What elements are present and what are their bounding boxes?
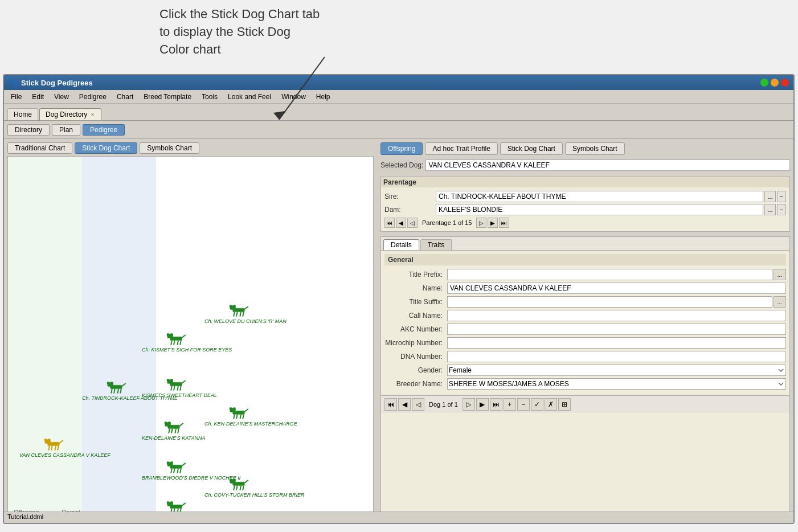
svg-line-63 <box>177 469 178 473</box>
menu-look-feel[interactable]: Look and Feel <box>223 92 276 102</box>
selected-dog-label: Selected Dog: <box>380 161 423 169</box>
menu-help[interactable]: Help <box>312 92 335 102</box>
stick-dog-icon-ggp3 <box>227 476 250 492</box>
details-tab-details[interactable]: Details <box>383 239 419 250</box>
title-prefix-btn[interactable]: ... <box>774 269 786 280</box>
chart-tab-symbols[interactable]: Symbols Chart <box>140 142 199 154</box>
menu-tools[interactable]: Tools <box>197 92 222 102</box>
maximize-button[interactable] <box>771 79 779 87</box>
akc-number-label: AKC Number: <box>384 325 447 333</box>
parentage-next2-btn[interactable]: ▶ <box>488 218 498 228</box>
record-last-btn[interactable]: ⏭ <box>490 398 502 411</box>
parentage-nav-text: Parentage 1 of 15 <box>419 219 475 226</box>
general-section: General Title Prefix: ... Name: <box>381 251 789 395</box>
tab-home[interactable]: Home <box>7 108 38 120</box>
stick-dog-icon-ggp1 <box>227 302 250 318</box>
record-next2-btn[interactable]: ▶ <box>476 398 489 411</box>
record-confirm-btn[interactable]: ✓ <box>531 398 543 411</box>
dna-number-label: DNA Number: <box>384 353 447 361</box>
svg-rect-67 <box>167 502 169 504</box>
title-prefix-field[interactable] <box>447 269 772 280</box>
menu-edit[interactable]: Edit <box>27 92 48 102</box>
record-remove-btn[interactable]: − <box>517 398 530 411</box>
dna-number-row: DNA Number: <box>384 351 786 362</box>
selected-dog-value: VAN CLEVES CASSANDRA V KALEEF <box>425 159 790 171</box>
main-window: 🐾 Stick Dog Pedigrees File Edit View Ped… <box>3 74 795 524</box>
microchip-number-field[interactable] <box>447 337 786 349</box>
dam-field[interactable] <box>436 204 763 215</box>
call-name-field[interactable] <box>447 310 786 321</box>
svg-rect-14 <box>111 382 113 384</box>
parentage-last-btn[interactable]: ⏭ <box>499 218 509 228</box>
right-tab-offspring[interactable]: Offspring <box>380 142 423 155</box>
menu-pedigree[interactable]: Pedigree <box>75 92 111 102</box>
dog-label-gp4: BRAMBLEWOOD'S DIEDRE V NOCHEE II <box>142 475 210 481</box>
sire-browse-btn[interactable]: ... <box>764 191 775 202</box>
window-title: Stick Dog Pedigrees <box>21 79 93 87</box>
record-next-btn[interactable]: ▷ <box>463 398 475 411</box>
right-tab-symbols[interactable]: Symbols Chart <box>565 142 625 155</box>
svg-line-17 <box>114 389 115 394</box>
parentage-nav: ⏮ ◀ ◁ Parentage 1 of 15 ▷ ▶ ⏭ <box>384 218 786 228</box>
titlebar-buttons <box>760 79 789 87</box>
chart-tab-stick-dog[interactable]: Stick Dog Chart <box>75 142 137 154</box>
svg-line-44 <box>174 386 175 391</box>
record-add-btn[interactable]: + <box>504 398 516 411</box>
svg-rect-68 <box>170 502 173 504</box>
parentage-next-btn[interactable]: ▷ <box>476 218 486 228</box>
svg-line-10 <box>58 446 59 451</box>
tab-close-dog-directory[interactable]: × <box>89 112 95 118</box>
tab-dog-directory[interactable]: Dog Directory × <box>39 108 101 120</box>
svg-line-118 <box>243 486 244 490</box>
close-button[interactable] <box>781 79 789 87</box>
dna-number-field[interactable] <box>447 351 786 362</box>
chart-tab-traditional[interactable]: Traditional Chart <box>7 142 72 154</box>
title-prefix-row: Title Prefix: ... <box>384 269 786 280</box>
parentage-first-btn[interactable]: ⏮ <box>384 218 395 228</box>
record-prev-btn[interactable]: ◀ <box>398 398 411 411</box>
svg-rect-5 <box>48 439 50 441</box>
right-pane: Offspring Ad hoc Trait Profile Stick Dog… <box>377 139 793 523</box>
record-prev2-btn[interactable]: ◁ <box>412 398 424 411</box>
gender-select[interactable]: Female Male <box>447 365 786 376</box>
svg-line-100 <box>243 312 244 317</box>
menu-window[interactable]: Window <box>277 92 310 102</box>
title-suffix-btn[interactable]: ... <box>774 296 786 308</box>
record-more-btn[interactable]: ⊞ <box>558 398 571 411</box>
right-tabs: Offspring Ad hoc Trait Profile Stick Dog… <box>380 142 790 155</box>
right-tab-adhoc[interactable]: Ad hoc Trait Profile <box>425 142 497 155</box>
parentage-prev2-btn[interactable]: ◁ <box>407 218 418 228</box>
name-row: Name: <box>384 283 786 294</box>
svg-line-16 <box>111 389 112 394</box>
menu-breed-template[interactable]: Breed Template <box>139 92 196 102</box>
titlebar-left: 🐾 Stick Dog Pedigrees <box>9 78 93 87</box>
details-tab-traits[interactable]: Traits <box>420 239 452 250</box>
dam-browse-btn[interactable]: ... <box>764 204 775 215</box>
record-cancel-btn[interactable]: ✗ <box>545 398 557 411</box>
svg-rect-112 <box>230 479 232 481</box>
svg-line-42 <box>182 380 185 383</box>
subnav-directory[interactable]: Directory <box>7 124 50 136</box>
menu-file[interactable]: File <box>6 92 26 102</box>
menu-view[interactable]: View <box>50 92 73 102</box>
subnav-plan[interactable]: Plan <box>52 124 80 136</box>
svg-line-62 <box>174 469 175 473</box>
right-tab-stick-dog[interactable]: Stick Dog Chart <box>500 142 563 155</box>
akc-number-field[interactable] <box>447 324 786 335</box>
tabbar: Home Dog Directory × <box>4 104 793 121</box>
name-field[interactable] <box>447 283 786 294</box>
breeder-name-select[interactable]: SHEREE W MOSES/JAMES A MOSES <box>447 378 786 390</box>
general-title: General <box>384 254 786 265</box>
sire-field[interactable] <box>436 191 763 202</box>
record-first-btn[interactable]: ⏮ <box>384 398 397 411</box>
subnav-pedigree[interactable]: Pedigree <box>83 124 125 136</box>
parentage-prev-btn[interactable]: ◀ <box>396 218 406 228</box>
title-suffix-field[interactable] <box>447 296 772 308</box>
svg-line-36 <box>177 341 178 345</box>
sire-minus-btn[interactable]: − <box>777 191 786 202</box>
dam-minus-btn[interactable]: − <box>777 204 786 215</box>
menu-chart[interactable]: Chart <box>112 92 138 102</box>
parentage-title: Parentage <box>381 177 789 187</box>
akc-number-row: AKC Number: <box>384 324 786 335</box>
minimize-button[interactable] <box>760 79 768 87</box>
